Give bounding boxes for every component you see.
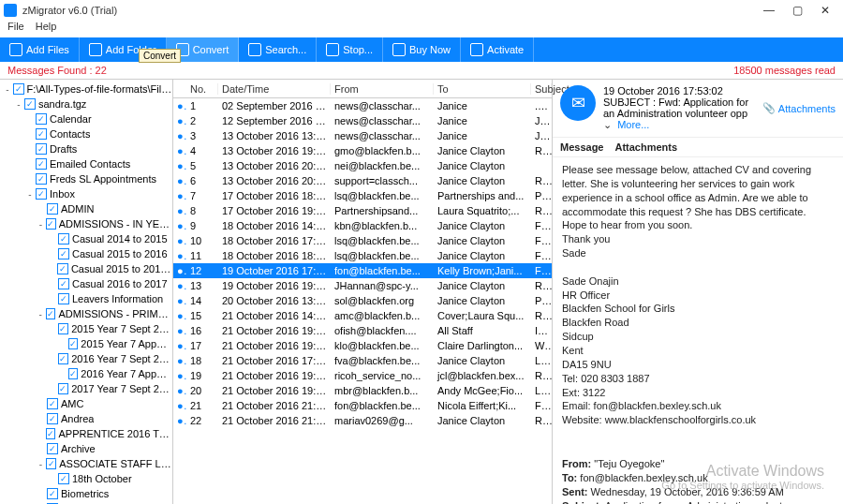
table-row[interactable]: ●313 October 2016 13:1...news@classchar.… — [173, 128, 552, 143]
tree-toggle-icon[interactable]: - — [36, 309, 46, 319]
tree-checkbox[interactable]: ✓ — [58, 353, 69, 364]
table-row[interactable]: ●717 October 2016 18:1...lsq@blackfen.be… — [173, 188, 552, 203]
table-row[interactable]: ●513 October 2016 20:0...nei@blackfen.be… — [173, 158, 552, 173]
tree-item[interactable]: ✓Drafts — [0, 141, 172, 156]
tree-item[interactable]: ✓Andrea — [0, 411, 172, 426]
table-row[interactable]: ●1621 October 2016 19:2...ofish@blackfen… — [173, 323, 552, 338]
tree-checkbox[interactable]: ✓ — [57, 263, 68, 274]
tree-checkbox[interactable]: ✓ — [58, 293, 69, 304]
tree-checkbox[interactable]: ✓ — [36, 173, 47, 185]
toolbar-stop-[interactable]: Stop... — [317, 37, 383, 62]
toolbar-buy-now[interactable]: Buy Now — [383, 37, 461, 62]
tree-checkbox[interactable]: ✓ — [58, 383, 69, 394]
tree-item[interactable]: -✓F:\All-Types-of-file-formats\File... — [0, 82, 172, 96]
minimize-button[interactable]: — — [755, 4, 783, 17]
close-button[interactable]: ✕ — [811, 4, 839, 17]
tree-item[interactable]: -✓Inbox — [0, 186, 172, 201]
tree-checkbox[interactable]: ✓ — [36, 188, 47, 200]
table-row[interactable]: ●1219 October 2016 17:5...fon@blackfen.b… — [173, 263, 552, 278]
table-row[interactable]: ●413 October 2016 19:5...gmo@blackfen.b.… — [173, 143, 552, 158]
tree-checkbox[interactable]: ✓ — [46, 308, 56, 319]
tree-checkbox[interactable]: ✓ — [58, 323, 69, 334]
tree-item[interactable]: ✓2015 Year 7 Sept 2015 — [0, 321, 172, 336]
table-row[interactable]: ●1420 October 2016 13:2...sol@blackfen.o… — [173, 293, 552, 308]
table-row[interactable]: ●1921 October 2016 19:2...ricoh_service_… — [173, 368, 552, 383]
tree-item[interactable]: ✓2016 Year 7 Appeals S — [0, 366, 172, 381]
attachments-link[interactable]: 📎 Attachments — [762, 85, 836, 131]
tree-checkbox[interactable]: ✓ — [36, 143, 47, 155]
tree-checkbox[interactable]: ✓ — [58, 473, 69, 484]
tree-checkbox[interactable]: ✓ — [58, 248, 69, 259]
tree-item[interactable]: ✓Casual 2014 to 2015 — [0, 231, 172, 246]
tree-checkbox[interactable]: ✓ — [47, 203, 58, 215]
table-row[interactable]: ●212 September 2016 1...news@classchar..… — [173, 113, 552, 128]
grid-body[interactable]: ●102 September 2016 1...news@classchar..… — [173, 98, 552, 504]
tree-checkbox[interactable]: ✓ — [46, 218, 56, 230]
tree-item[interactable]: ✓Archive — [0, 441, 172, 456]
tree-item[interactable]: -✓ADMISSIONS - IN YEAR AI — [0, 216, 172, 231]
tree-item[interactable]: ✓2015 Year 7 Appeals S — [0, 336, 172, 351]
tree-item[interactable]: ✓Casual 2015 to 2016 In — [0, 261, 172, 276]
toolbar-search-[interactable]: Search... — [239, 37, 317, 62]
tree-item[interactable]: ✓AMC — [0, 396, 172, 411]
tree-item[interactable]: -✓sandra.tgz — [0, 96, 172, 111]
tree-checkbox[interactable]: ✓ — [47, 443, 58, 454]
menu-help[interactable]: Help — [36, 21, 57, 37]
tree-item[interactable]: ✓18th October — [0, 471, 172, 486]
tree-toggle-icon[interactable]: - — [36, 219, 46, 230]
tree-checkbox[interactable]: ✓ — [46, 428, 56, 439]
preview-body[interactable]: Please see message below, attached CV an… — [553, 157, 843, 504]
table-row[interactable]: ●1118 October 2016 18:0...lsq@blackfen.b… — [173, 248, 552, 263]
menu-file[interactable]: File — [7, 21, 24, 37]
tree-checkbox[interactable]: ✓ — [36, 128, 47, 140]
tree-item[interactable]: ✓Emailed Contacts — [0, 156, 172, 171]
tree-checkbox[interactable]: ✓ — [47, 413, 58, 424]
folder-tree[interactable]: -✓F:\All-Types-of-file-formats\File...-✓… — [0, 80, 173, 504]
tab-message[interactable]: Message — [560, 141, 603, 153]
tree-checkbox[interactable]: ✓ — [68, 338, 79, 349]
table-row[interactable]: ●2221 October 2016 21:5...mariav0269@g..… — [173, 413, 552, 428]
table-row[interactable]: ●613 October 2016 20:5...support=classch… — [173, 173, 552, 188]
table-row[interactable]: ●2021 October 2016 19:4...mbr@blackfen.b… — [173, 383, 552, 398]
table-row[interactable]: ●1018 October 2016 17:5...lsq@blackfen.b… — [173, 233, 552, 248]
col-to[interactable]: To — [434, 83, 531, 95]
tree-checkbox[interactable]: ✓ — [58, 278, 69, 289]
tree-checkbox[interactable]: ✓ — [13, 83, 24, 95]
tree-item[interactable]: ✓2017 Year 7 Sept 2017 — [0, 381, 172, 396]
table-row[interactable]: ●1721 October 2016 19:3...klo@blackfen.b… — [173, 338, 552, 353]
tree-item[interactable]: ✓APPRENTICE 2016 TO 201 — [0, 426, 172, 441]
col-from[interactable]: From — [331, 83, 434, 95]
tree-item[interactable]: ✓2016 Year 7 Sept 2016 — [0, 351, 172, 366]
col-subject[interactable]: Subject — [531, 83, 552, 95]
tree-toggle-icon[interactable]: - — [24, 189, 36, 200]
table-row[interactable]: ●1319 October 2016 19:0...JHannan@spc-y.… — [173, 278, 552, 293]
tab-attachments[interactable]: Attachments — [614, 141, 677, 153]
tree-toggle-icon[interactable]: - — [36, 459, 46, 469]
tree-checkbox[interactable]: ✓ — [47, 398, 58, 409]
table-row[interactable]: ●1821 October 2016 17:4...fva@blackfen.b… — [173, 353, 552, 368]
tree-item[interactable]: ✓Calendar — [0, 111, 172, 126]
tree-item[interactable]: ✓Freds SL Appointments — [0, 171, 172, 186]
tree-item[interactable]: -✓ASSOCIATE STAFF LEAD — [0, 456, 172, 471]
tree-item[interactable]: ✓Biometrics — [0, 486, 172, 501]
toolbar-add-files[interactable]: Add Files — [0, 37, 80, 62]
tree-item[interactable]: ✓Casual 2015 to 2016 — [0, 246, 172, 261]
tree-checkbox[interactable]: ✓ — [47, 488, 58, 499]
tree-toggle-icon[interactable]: - — [2, 84, 13, 95]
more-link[interactable]: ⌄ More... — [603, 119, 755, 131]
table-row[interactable]: ●2121 October 2016 21:3...fon@blackfen.b… — [173, 398, 552, 413]
tree-checkbox[interactable]: ✓ — [24, 98, 36, 110]
tree-toggle-icon[interactable]: - — [13, 99, 24, 110]
toolbar-activate[interactable]: Activate — [461, 37, 534, 62]
col-no[interactable]: No. — [186, 83, 218, 95]
table-row[interactable]: ●918 October 2016 14:1...kbn@blackfen.b.… — [173, 218, 552, 233]
tree-checkbox[interactable]: ✓ — [36, 113, 47, 125]
table-row[interactable]: ●817 October 2016 19:1...Partnershipsand… — [173, 203, 552, 218]
tree-checkbox[interactable]: ✓ — [36, 158, 47, 170]
maximize-button[interactable]: ▢ — [783, 4, 811, 17]
tree-item[interactable]: ✓Contacts — [0, 126, 172, 141]
tree-item[interactable]: ✓Leavers Information — [0, 291, 172, 306]
table-row[interactable]: ●102 September 2016 1...news@classchar..… — [173, 98, 552, 113]
col-datetime[interactable]: Date/Time — [218, 83, 331, 95]
tree-item[interactable]: ✓ADMIN — [0, 201, 172, 216]
